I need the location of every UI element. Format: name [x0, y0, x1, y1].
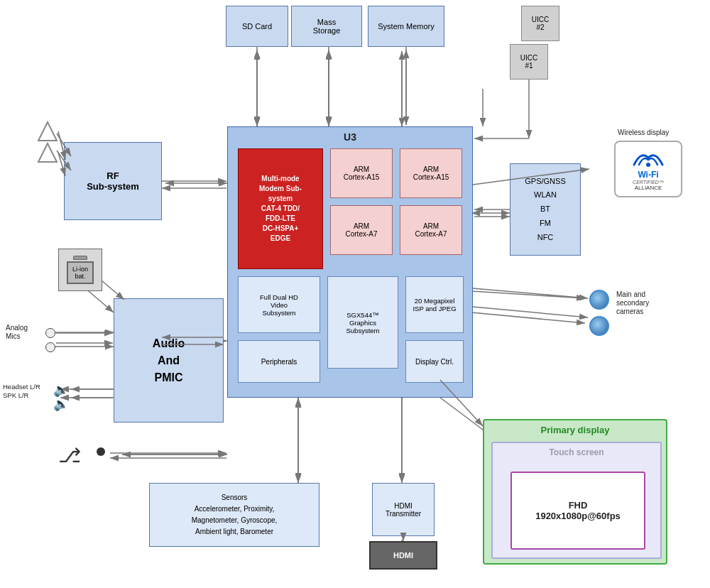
svg-marker-27: [38, 122, 57, 141]
wireless-display-label: Wireless display: [618, 128, 669, 136]
svg-line-61: [102, 281, 124, 300]
secondary-camera-icon: [589, 316, 609, 336]
touch-screen-label: Touch screen: [549, 447, 604, 457]
mass-storage-box: Mass Storage: [291, 6, 362, 47]
rf-subsystem-label: RF Sub-system: [87, 170, 139, 192]
graphics-box: SGX544™ Graphics Subsystem: [327, 276, 398, 369]
modem-label: Multi-mode Modem Sub- system CAT-4 TDD/ …: [259, 174, 302, 244]
svg-line-56: [473, 307, 588, 317]
svg-line-18: [471, 312, 585, 323]
arm-a15-2-box: ARM Cortex-A15: [400, 148, 462, 198]
battery-label: Li-ion bat.: [72, 266, 88, 280]
wifi-box: Wi-Fi CERTIFIED™ ALLIANCE: [614, 141, 682, 197]
mic2-icon: [45, 342, 55, 352]
u3-main-box: U3 Multi-mode Modem Sub- system CAT-4 TD…: [227, 126, 473, 398]
antenna1-icon: [37, 121, 58, 143]
arm-a7-1-box: ARM Cortex-A7: [330, 205, 393, 255]
primary-display-box: Primary display Touch screen FHD 1920x10…: [483, 419, 667, 565]
wifi-alliance-text: CERTIFIED™: [633, 180, 664, 185]
battery-box: Li-ion bat.: [58, 249, 102, 291]
antenna2-icon: [37, 142, 58, 165]
rf-subsystem-box: RF Sub-system: [64, 142, 162, 220]
fhd-box: FHD 1920x1080p@60fps: [510, 472, 645, 550]
audio-pmic-label: Audio And PMIC: [153, 335, 185, 386]
uicc2-label: UICC #2: [532, 16, 549, 31]
arm-a7-1-label: ARM Cortex-A7: [345, 222, 377, 238]
display-ctrl-box: Display Ctrl.: [405, 340, 464, 383]
system-memory-label: System Memory: [378, 22, 434, 31]
svg-point-31: [646, 163, 650, 167]
system-memory-box: System Memory: [368, 6, 444, 47]
touch-screen-box: Touch screen FHD 1920x1080p@60fps: [491, 442, 662, 559]
peripherals-label: Peripherals: [261, 358, 297, 366]
mic1-icon: [45, 328, 55, 338]
uicc2-box: UICC #2: [521, 6, 559, 41]
mass-storage-label: Mass Storage: [313, 18, 341, 35]
display-ctrl-label: Display Ctrl.: [415, 358, 454, 366]
analog-mics-label: Analog Mics: [6, 323, 28, 340]
audio-pmic-box: Audio And PMIC: [114, 298, 224, 423]
sdcard-label: SD Card: [242, 22, 272, 31]
arm-a7-2-box: ARM Cortex-A7: [400, 205, 462, 255]
svg-line-55: [473, 288, 588, 298]
wifi-alliance-label: ALLIANCE: [635, 185, 662, 191]
modem-box: Multi-mode Modem Sub- system CAT-4 TDD/ …: [238, 148, 323, 269]
usb-dot: [97, 447, 105, 456]
uicc1-label: UICC #1: [520, 54, 537, 70]
hdmi-connector-icon: HDMI: [369, 541, 437, 570]
arm-a15-2-label: ARM Cortex-A15: [413, 165, 449, 181]
sdcard-box: SD Card: [226, 6, 288, 47]
usb-icon: ⎇: [58, 444, 81, 467]
arm-a15-1-box: ARM Cortex-A15: [330, 148, 393, 198]
svg-line-17: [471, 291, 585, 298]
hdmi-transmitter-label: HDMI Transmitter: [386, 502, 421, 518]
speaker2-icon: 🔈: [53, 396, 69, 412]
sensors-label: Sensors Accelerometer, Proximity, Magnet…: [192, 492, 278, 538]
primary-display-label: Primary display: [541, 425, 610, 435]
arm-a15-1-label: ARM Cortex-A15: [344, 165, 380, 181]
fhd-label: FHD 1920x1080p@60fps: [535, 500, 621, 521]
speaker1-icon: 🔈: [53, 382, 69, 398]
main-camera-icon: [589, 290, 609, 310]
video-label: Full Dual HD Video Subsystem: [260, 293, 298, 317]
gps-gnss-label: GPS/GNSS WLAN BT FM NFC: [525, 175, 565, 245]
arm-a7-2-label: ARM Cortex-A7: [415, 222, 447, 238]
video-box: Full Dual HD Video Subsystem: [238, 276, 320, 333]
u3-label: U3: [344, 131, 356, 143]
gps-gnss-box: GPS/GNSS WLAN BT FM NFC: [510, 163, 581, 256]
hdmi-transmitter-box: HDMI Transmitter: [372, 483, 435, 536]
isp-box: 20 Megapixel ISP and JPEG: [405, 276, 464, 333]
peripherals-box: Peripherals: [238, 340, 320, 383]
svg-marker-28: [38, 143, 57, 162]
headset-label: Headset L/R SPK L/R: [3, 382, 40, 399]
cameras-label: Main and secondary cameras: [616, 290, 649, 315]
graphics-label: SGX544™ Graphics Subsystem: [346, 311, 380, 334]
wifi-text: Wi-Fi: [638, 170, 658, 180]
isp-label: 20 Megapixel ISP and JPEG: [413, 297, 456, 312]
sensors-box: Sensors Accelerometer, Proximity, Magnet…: [149, 483, 320, 547]
uicc1-box: UICC #1: [510, 44, 548, 80]
